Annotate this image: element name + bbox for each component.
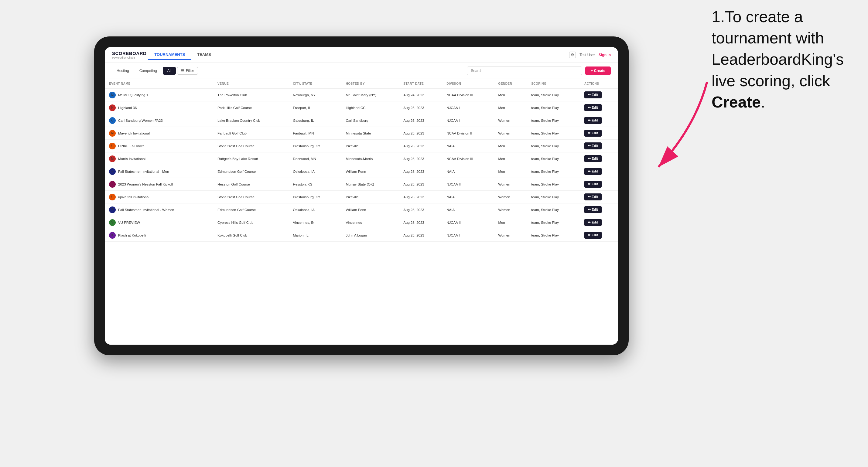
edit-button[interactable]: ✏ Edit [584, 181, 602, 188]
table-row: U upike fall invitational StoneCrest Gol… [105, 191, 618, 204]
scoring-cell: team, Stroke Play [527, 165, 580, 178]
event-name-cell: M MSMC Qualifying 1 [105, 89, 213, 101]
search-input[interactable] [467, 66, 582, 75]
table-row: U UPIKE Fall Invite StoneCrest Golf Cour… [105, 140, 618, 152]
filter-tabs: Hosting Competing All ☰ Filter [112, 67, 198, 75]
event-name: MSMC Qualifying 1 [118, 93, 148, 97]
city-state-cell: Prestonsburg, KY [288, 191, 341, 204]
table-row: 2 2023 Women's Hesston Fall Kickoff Hess… [105, 178, 618, 191]
filter-button[interactable]: ☰ Filter [177, 67, 198, 75]
scoring-cell: team, Stroke Play [527, 140, 580, 152]
event-name-cell: V VU PREVIEW [105, 216, 213, 229]
venue-cell: Edmundson Golf Course [213, 165, 288, 178]
search-and-create: + Create [467, 66, 611, 75]
sign-in-link[interactable]: Sign In [599, 53, 611, 57]
edit-button[interactable]: ✏ Edit [584, 168, 602, 175]
team-logo: F [109, 168, 116, 175]
user-name: Test User [580, 53, 595, 57]
scoring-cell: team, Stroke Play [527, 101, 580, 114]
logo-area: SCOREBOARD Powered by Clippit TOURNAMENT… [112, 50, 217, 60]
start-date-cell: Aug 28, 2023 [399, 191, 442, 204]
scoring-cell: team, Stroke Play [527, 114, 580, 127]
actions-cell: ✏ Edit [580, 114, 618, 127]
filter-all[interactable]: All [163, 67, 176, 75]
event-name-cell: F Fall Statesmen Invitational - Women [105, 204, 213, 216]
actions-cell: ✏ Edit [580, 152, 618, 165]
division-cell: NJCAA I [442, 229, 494, 242]
event-name: VU PREVIEW [118, 221, 140, 224]
nav-tab-teams[interactable]: TEAMS [191, 50, 217, 60]
hosted-by-cell: John A Logan [341, 229, 399, 242]
event-name-cell: K Klash at Kokopelli [105, 229, 213, 242]
edit-button[interactable]: ✏ Edit [584, 193, 602, 200]
actions-cell: ✏ Edit [580, 191, 618, 204]
gender-cell: Men [494, 140, 527, 152]
gender-cell: Men [494, 89, 527, 101]
filter-bar: Hosting Competing All ☰ Filter + Create [105, 63, 618, 79]
venue-cell: Hesston Golf Course [213, 178, 288, 191]
tablet-screen: SCOREBOARD Powered by Clippit TOURNAMENT… [105, 47, 618, 345]
actions-cell: ✏ Edit [580, 89, 618, 101]
city-state-cell: Faribault, MN [288, 127, 341, 140]
venue-cell: Cypress Hills Golf Club [213, 216, 288, 229]
filter-label: Filter [186, 69, 194, 73]
nav-tab-tournaments[interactable]: TOURNAMENTS [148, 50, 191, 60]
event-name-cell: F Fall Statesmen Invitational - Men [105, 165, 213, 178]
division-cell: NJCAA I [442, 101, 494, 114]
hosted-by-cell: Carl Sandburg [341, 114, 399, 127]
city-state-cell: Vincennes, IN [288, 216, 341, 229]
table-header-row: EVENT NAME VENUE CITY, STATE HOSTED BY S… [105, 79, 618, 89]
edit-button[interactable]: ✏ Edit [584, 130, 602, 137]
tablet-frame: SCOREBOARD Powered by Clippit TOURNAMENT… [94, 36, 629, 355]
team-logo: K [109, 232, 116, 239]
division-cell: NAIA [442, 165, 494, 178]
edit-button[interactable]: ✏ Edit [584, 117, 602, 124]
hosted-by-cell: Minnesota State [341, 127, 399, 140]
hosted-by-cell: Highland CC [341, 101, 399, 114]
edit-button[interactable]: ✏ Edit [584, 219, 602, 226]
edit-button[interactable]: ✏ Edit [584, 155, 602, 162]
event-name: upike fall invitational [118, 195, 149, 199]
actions-cell: ✏ Edit [580, 101, 618, 114]
table-row: M Morris Invitational Ruttger's Bay Lake… [105, 152, 618, 165]
actions-cell: ✏ Edit [580, 216, 618, 229]
nav-tabs: TOURNAMENTS TEAMS [148, 50, 217, 60]
table-row: K Klash at Kokopelli Kokopelli Golf Club… [105, 229, 618, 242]
gender-cell: Women [494, 178, 527, 191]
team-logo: F [109, 207, 116, 213]
division-cell: NCAA Division II [442, 127, 494, 140]
gender-cell: Men [494, 165, 527, 178]
col-event-name: EVENT NAME [105, 79, 213, 89]
table-row: H Highland 36 Park Hills Golf Course Fre… [105, 101, 618, 114]
hosted-by-cell: Murray State (OK) [341, 178, 399, 191]
team-logo: C [109, 117, 116, 124]
gender-cell: Women [494, 204, 527, 216]
col-start-date: START DATE [399, 79, 442, 89]
division-cell: NAIA [442, 140, 494, 152]
city-state-cell: Hesston, KS [288, 178, 341, 191]
team-logo: H [109, 104, 116, 111]
venue-cell: Park Hills Golf Course [213, 101, 288, 114]
event-name-cell: U UPIKE Fall Invite [105, 140, 213, 152]
venue-cell: StoneCrest Golf Course [213, 191, 288, 204]
edit-button[interactable]: ✏ Edit [584, 232, 602, 239]
division-cell: NJCAA II [442, 178, 494, 191]
edit-button[interactable]: ✏ Edit [584, 91, 602, 98]
venue-cell: Edmundson Golf Course [213, 204, 288, 216]
scoring-cell: team, Stroke Play [527, 127, 580, 140]
edit-button[interactable]: ✏ Edit [584, 104, 602, 111]
settings-icon[interactable]: ⚙ [569, 52, 576, 58]
col-scoring: SCORING [527, 79, 580, 89]
start-date-cell: Aug 26, 2023 [399, 114, 442, 127]
edit-button[interactable]: ✏ Edit [584, 143, 602, 149]
filter-competing[interactable]: Competing [135, 67, 162, 75]
hosted-by-cell: Vincennes [341, 216, 399, 229]
city-state-cell: Marion, IL [288, 229, 341, 242]
top-bar: SCOREBOARD Powered by Clippit TOURNAMENT… [105, 47, 618, 63]
scoring-cell: team, Stroke Play [527, 216, 580, 229]
create-button[interactable]: + Create [585, 66, 611, 75]
edit-button[interactable]: ✏ Edit [584, 206, 602, 213]
filter-hosting[interactable]: Hosting [112, 67, 134, 75]
top-bar-right: ⚙ Test User Sign In [569, 52, 611, 58]
event-name: Maverick Invitational [118, 131, 150, 135]
